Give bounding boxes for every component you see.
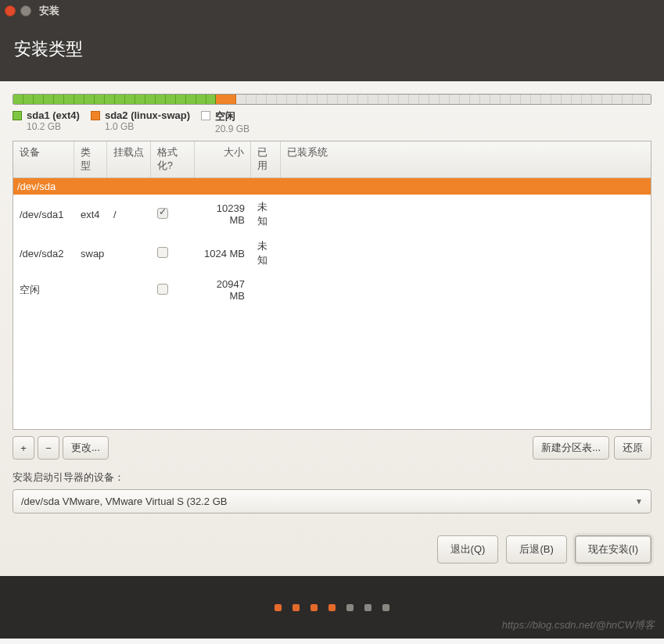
close-icon[interactable] <box>5 5 16 16</box>
cell-size: 20947 MB <box>195 276 251 304</box>
disk-row-label: /dev/sda <box>17 181 56 192</box>
partition-toolbar: + − 更改... 新建分区表... 还原 <box>13 436 651 460</box>
pager-dot-icon[interactable] <box>293 604 300 611</box>
bootloader-combobox[interactable]: /dev/sda VMware, VMware Virtual S (32.2 … <box>13 489 651 513</box>
legend-sda1-label: sda1 (ext4) <box>27 109 80 121</box>
cell-size: 1024 MB <box>195 245 251 262</box>
partition-table: 设备 类型 挂载点 格式化? 大小 已用 已装系统 /dev/sda /dev/… <box>13 141 651 430</box>
legend-sda1-size: 10.2 GB <box>27 121 80 132</box>
cell-used: 未知 <box>251 237 281 270</box>
cell-format[interactable] <box>151 206 195 224</box>
usage-seg-sda1[interactable] <box>13 95 216 104</box>
quit-button[interactable]: 退出(Q) <box>437 535 499 564</box>
partition-legend: sda1 (ext4) 10.2 GB sda2 (linux-swap) 1.… <box>13 109 651 134</box>
watermark-text: https://blog.csdn.net/@hnCW博客 <box>502 618 655 632</box>
cell-os <box>281 212 651 216</box>
checkbox-unchecked-icon[interactable] <box>157 284 168 295</box>
minimize-icon[interactable] <box>20 5 31 16</box>
legend-sda2-label: sda2 (linux-swap) <box>105 109 190 121</box>
cell-mount <box>107 251 151 256</box>
th-type[interactable]: 类型 <box>74 141 107 177</box>
back-button[interactable]: 后退(B) <box>506 535 566 564</box>
swatch-free-icon <box>201 111 210 120</box>
swatch-orange-icon <box>91 111 100 120</box>
pager-dot-icon[interactable] <box>346 604 354 611</box>
chevron-down-icon: ▼ <box>635 497 643 506</box>
install-now-button[interactable]: 现在安装(I) <box>575 535 651 564</box>
disk-row[interactable]: /dev/sda <box>13 178 651 195</box>
th-used[interactable]: 已用 <box>251 141 281 177</box>
cell-used <box>251 288 281 292</box>
th-device[interactable]: 设备 <box>13 141 74 177</box>
cell-size: 10239 MB <box>195 200 251 228</box>
legend-item-sda1: sda1 (ext4) 10.2 GB <box>13 109 80 134</box>
pager-dot-icon[interactable] <box>310 604 318 611</box>
add-partition-button[interactable]: + <box>13 436 34 460</box>
partition-usage-bar[interactable] <box>13 94 651 105</box>
pager-dot-icon[interactable] <box>275 604 282 611</box>
cell-type: swap <box>74 245 107 262</box>
cell-device: 空闲 <box>13 281 74 299</box>
checkbox-checked-icon[interactable] <box>157 208 168 219</box>
titlebar: 安装 <box>0 0 664 22</box>
page-title: 安装类型 <box>14 38 650 61</box>
cell-device: /dev/sda2 <box>13 245 74 262</box>
th-format[interactable]: 格式化? <box>151 141 195 177</box>
cell-type: ext4 <box>74 206 107 223</box>
cell-type <box>74 288 107 292</box>
cell-mount: / <box>107 206 151 223</box>
th-size[interactable]: 大小 <box>195 141 251 177</box>
cell-device: /dev/sda1 <box>13 206 74 223</box>
cell-used: 未知 <box>251 198 281 231</box>
usage-seg-sda2[interactable] <box>216 95 236 104</box>
wizard-nav: 退出(Q) 后退(B) 现在安装(I) <box>13 535 651 564</box>
revert-button[interactable]: 还原 <box>614 436 651 460</box>
cell-os <box>281 288 651 292</box>
table-row[interactable]: /dev/sda1 ext4 / 10239 MB 未知 <box>13 195 651 234</box>
cell-mount <box>107 288 151 292</box>
checkbox-unchecked-icon[interactable] <box>157 247 168 258</box>
legend-sda2-size: 1.0 GB <box>105 121 190 132</box>
pager-dot-icon[interactable] <box>364 604 371 611</box>
cell-os <box>281 251 651 256</box>
footer: https://blog.csdn.net/@hnCW博客 <box>0 576 664 639</box>
th-mount[interactable]: 挂载点 <box>107 141 151 177</box>
table-row[interactable]: 空闲 20947 MB <box>13 273 651 307</box>
pager-dot-icon[interactable] <box>328 604 336 611</box>
legend-free-size: 20.9 GB <box>215 123 249 134</box>
cell-format[interactable] <box>151 281 195 299</box>
main-panel: sda1 (ext4) 10.2 GB sda2 (linux-swap) 1.… <box>0 81 664 576</box>
table-row[interactable]: /dev/sda2 swap 1024 MB 未知 <box>13 234 651 273</box>
legend-item-free: 空闲 20.9 GB <box>201 109 249 134</box>
new-partition-table-button[interactable]: 新建分区表... <box>533 436 609 460</box>
table-header-row: 设备 类型 挂载点 格式化? 大小 已用 已装系统 <box>13 141 651 178</box>
swatch-green-icon <box>13 111 22 120</box>
bootloader-value: /dev/sda VMware, VMware Virtual S (32.2 … <box>21 496 227 507</box>
usage-seg-free[interactable] <box>236 95 651 104</box>
pager-dot-icon[interactable] <box>382 604 389 611</box>
bootloader-label: 安装启动引导器的设备： <box>13 470 651 485</box>
change-partition-button[interactable]: 更改... <box>63 436 109 460</box>
window-title: 安装 <box>39 4 59 18</box>
legend-free-label: 空闲 <box>215 109 249 123</box>
th-os[interactable]: 已装系统 <box>281 141 651 177</box>
header: 安装类型 <box>0 22 664 81</box>
remove-partition-button[interactable]: − <box>38 436 59 460</box>
cell-format[interactable] <box>151 245 195 263</box>
legend-item-sda2: sda2 (linux-swap) 1.0 GB <box>91 109 190 134</box>
